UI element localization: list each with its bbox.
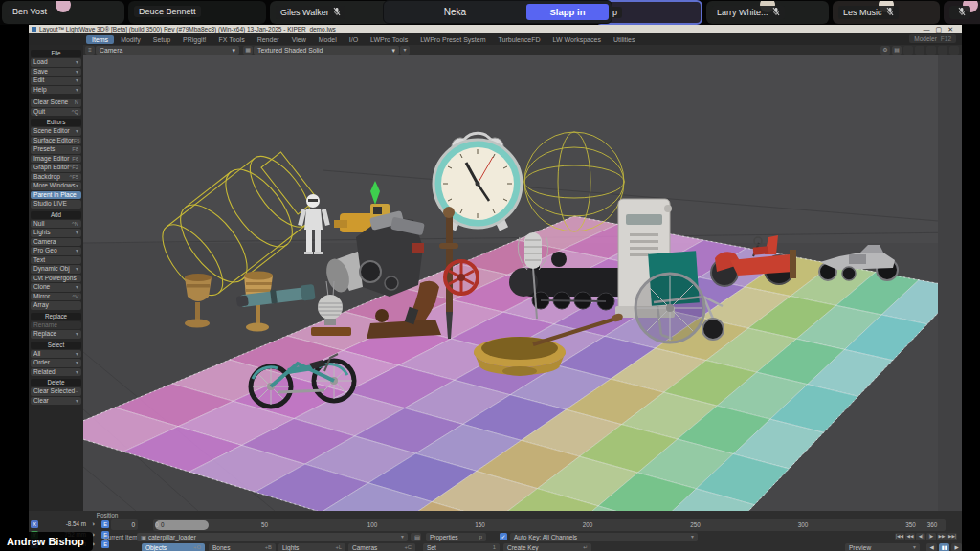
viewport-3d[interactable] bbox=[83, 55, 962, 511]
sidebar-item-rename[interactable]: Rename bbox=[31, 321, 81, 330]
viewport-option-button[interactable] bbox=[949, 46, 959, 55]
timeline-ruler[interactable]: 0 050100150200250300350360 bbox=[153, 519, 946, 531]
preview-dropdown[interactable]: Preview▾ bbox=[845, 543, 920, 551]
shading-options-dropdown[interactable]: ▾ bbox=[400, 46, 410, 55]
menu-tab-fx-tools[interactable]: FX Tools bbox=[213, 35, 251, 44]
position-dropdown[interactable]: Position bbox=[69, 512, 145, 518]
autokey-checkbox[interactable]: ✓ bbox=[500, 533, 507, 540]
autokey-dropdown[interactable]: Auto Key: All Channels▾ bbox=[510, 533, 698, 541]
menu-tab-lwpro-tools[interactable]: LWPro Tools bbox=[365, 35, 413, 44]
menu-tab-i-o[interactable]: I/O bbox=[344, 35, 364, 44]
sidebar-item-scene-editor[interactable]: Scene Editor▾ bbox=[31, 127, 81, 136]
play-button[interactable]: ▶ bbox=[951, 543, 962, 551]
sidebar-item-clear-scene[interactable]: Clear SceneN bbox=[31, 99, 81, 107]
sidebar-item-mirror[interactable]: Mirror^V bbox=[31, 293, 81, 301]
participant-tile-les-music[interactable]: Les Music bbox=[833, 1, 940, 24]
transport-prev-key-button[interactable]: ◀◀ bbox=[905, 533, 915, 540]
sidebar-item-load[interactable]: Load▾ bbox=[31, 58, 81, 67]
set-key-button[interactable]: Set1 bbox=[423, 543, 500, 551]
sidebar-item-quit[interactable]: Quit^Q bbox=[31, 108, 81, 117]
sidebar-item-text[interactable]: Text bbox=[31, 256, 81, 265]
close-button[interactable]: ✕ bbox=[947, 26, 959, 33]
menu-tab-render[interactable]: Render bbox=[252, 35, 285, 44]
menu-tab-view[interactable]: View bbox=[286, 35, 312, 44]
envelope-button[interactable]: E bbox=[101, 520, 109, 528]
menu-tab-utilities[interactable]: Utilities bbox=[608, 35, 641, 44]
window-titlebar[interactable]: Layout™ LightWave 3D® [Beta] (build 3500… bbox=[29, 25, 962, 33]
sidebar-item-presets[interactable]: PresetsF8 bbox=[31, 145, 81, 154]
item-list-icon[interactable]: ▤ bbox=[411, 533, 421, 541]
viewport-menu-icon[interactable]: ≡ bbox=[85, 46, 95, 55]
menu-tab-setup[interactable]: Setup bbox=[147, 35, 176, 44]
sidebar-item-array[interactable]: Array bbox=[31, 301, 81, 310]
sidebar-item-lights[interactable]: Lights▾ bbox=[31, 229, 81, 237]
sidebar-item-surface-editor[interactable]: Surface EditorF5 bbox=[31, 137, 81, 145]
category-lights[interactable]: Lights+L bbox=[278, 543, 345, 551]
wooden-post-object[interactable] bbox=[790, 250, 796, 278]
properties-button[interactable]: Propertiesp bbox=[426, 533, 486, 541]
sidebar-item-studio-live[interactable]: Studio LIVE bbox=[31, 200, 81, 209]
sidebar-item-graph-editor[interactable]: Graph Editor^F2 bbox=[31, 164, 81, 172]
viewport-option-button[interactable] bbox=[926, 46, 936, 55]
sidebar-item-all[interactable]: All▾ bbox=[31, 350, 81, 359]
sidebar-item-more-windows[interactable]: More Windows▾ bbox=[31, 182, 81, 190]
menu-tab-lw-workspaces[interactable]: LW Workspaces bbox=[547, 35, 607, 44]
frame-field[interactable]: 0 bbox=[111, 519, 138, 530]
participant-tile-deuce-bennett[interactable]: Deuce Bennett bbox=[128, 1, 266, 24]
current-item-dropdown[interactable]: ▣ caterpillar_loader▾ bbox=[137, 533, 408, 541]
envelope-button[interactable]: E bbox=[101, 540, 109, 548]
sidebar-item-related[interactable]: Related▾ bbox=[31, 368, 81, 377]
pause-button[interactable]: ▮▮ bbox=[939, 543, 949, 551]
maximize-button[interactable]: ▢ bbox=[936, 26, 948, 33]
modeler-button[interactable]: ModelerF12 bbox=[909, 34, 956, 43]
menu-tab-model[interactable]: Model bbox=[313, 35, 343, 44]
participant-tile-larry-white[interactable]: Larry White... bbox=[706, 1, 829, 24]
participant-tile-ben-vost[interactable]: Ben Vost bbox=[2, 1, 124, 24]
menu-tab-modify[interactable]: Modify bbox=[115, 35, 146, 44]
shading-mode-dropdown[interactable]: Textured Shaded Solid▾ bbox=[254, 46, 399, 55]
viewport-option-button[interactable] bbox=[903, 46, 913, 55]
frame-slider[interactable]: 0 bbox=[155, 520, 209, 530]
viewport-option-button[interactable] bbox=[938, 46, 947, 55]
participant-tile-giles-walker[interactable]: Giles Walker bbox=[270, 1, 396, 24]
sidebar-item-save[interactable]: Save▾ bbox=[31, 68, 81, 77]
transport-last-frame-button[interactable]: ▶▶| bbox=[947, 533, 957, 540]
sidebar-item-parent-in-place[interactable]: Parent in Place bbox=[31, 191, 81, 200]
axis-state-icon[interactable]: ◑ bbox=[91, 520, 95, 528]
transport-next-frame-button[interactable]: |▶ bbox=[926, 533, 936, 540]
minimize-button[interactable]: — bbox=[924, 26, 936, 33]
menu-tab-items[interactable]: Items bbox=[86, 35, 114, 44]
view-mode-dropdown[interactable]: Camera▾ bbox=[96, 46, 239, 55]
popup-action-button[interactable]: Slapp in bbox=[526, 4, 609, 20]
sidebar-item-edit[interactable]: Edit▾ bbox=[31, 77, 81, 85]
create-key-button[interactable]: Create Key↵ bbox=[503, 543, 591, 551]
transport-next-key-button[interactable]: ▶▶ bbox=[937, 533, 947, 540]
sidebar-item-clear-selected[interactable]: Clear Selected− bbox=[31, 387, 81, 396]
rewind-button[interactable]: ◀ bbox=[926, 543, 937, 551]
sidebar-item-cvt-powergons[interactable]: Cvt Powergons bbox=[31, 275, 81, 283]
transport-first-frame-button[interactable]: |◀◀ bbox=[895, 533, 904, 540]
sidebar-item-replace[interactable]: Replace▾ bbox=[31, 330, 81, 339]
sidebar-item-clear[interactable]: Clear▾ bbox=[31, 397, 81, 406]
modeler-key: F12 bbox=[941, 35, 951, 42]
sidebar-item-camera[interactable]: Camera bbox=[31, 238, 81, 247]
viewport-option-button[interactable] bbox=[915, 46, 924, 55]
sidebar-item-order[interactable]: Order▾ bbox=[31, 359, 81, 367]
sidebar-item-backdrop[interactable]: Backdrop^F5 bbox=[31, 173, 81, 182]
save-view-icon[interactable]: ▤ bbox=[892, 46, 902, 55]
sidebar-item-help[interactable]: Help▾ bbox=[31, 86, 81, 95]
transport-prev-frame-button[interactable]: ◀| bbox=[916, 533, 925, 540]
participant-tile-x[interactable] bbox=[944, 1, 980, 24]
gear-icon[interactable]: ⚙ bbox=[880, 46, 890, 55]
menu-tab-lwpro-preset-system[interactable]: LWPro Preset System bbox=[414, 35, 491, 44]
category-cameras[interactable]: Cameras+C bbox=[348, 543, 415, 551]
menu-tab-priggit[interactable]: PRiggit! bbox=[177, 35, 212, 44]
axis-value[interactable]: -8.54 m bbox=[40, 520, 86, 528]
sidebar-item-pro-geo[interactable]: Pro Geo▾ bbox=[31, 247, 81, 255]
sidebar-item-image-editor[interactable]: Image EditorF6 bbox=[31, 155, 81, 164]
axis-badge[interactable]: X bbox=[31, 520, 38, 528]
sidebar-item-dynamic-obj[interactable]: Dynamic Obj▾ bbox=[31, 265, 81, 274]
sidebar-item-clone[interactable]: Clone▾ bbox=[31, 283, 81, 292]
sidebar-item-null[interactable]: Null^N bbox=[31, 220, 81, 229]
menu-tab-turbulencefd[interactable]: TurbulenceFD bbox=[493, 35, 546, 44]
